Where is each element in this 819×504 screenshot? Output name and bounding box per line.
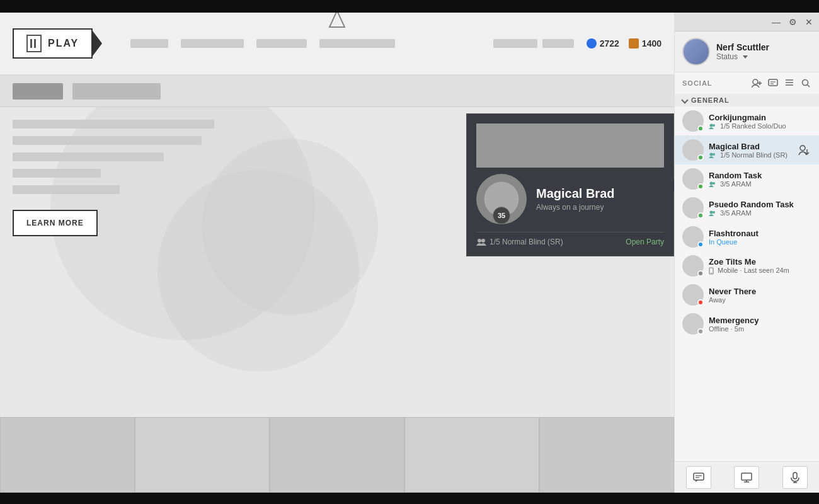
chat-bubble-icon: [693, 472, 704, 483]
nav-logo: [327, 13, 347, 32]
text-line-1: [13, 120, 214, 129]
friend-item-zoetiltsme[interactable]: Zoe Tilts Me Mobile · Last seen 24m: [675, 251, 819, 280]
status-dot-online: [697, 154, 704, 161]
minimize-button[interactable]: —: [771, 17, 781, 27]
open-party-link[interactable]: Open Party: [626, 238, 664, 246]
learn-more-button[interactable]: LEARN MORE: [13, 210, 98, 236]
search-icon[interactable]: [800, 77, 811, 89]
sub-nav: [0, 76, 674, 107]
friend-info-zoetiltsme: Zoe Tilts Me Mobile · Last seen 24m: [709, 257, 811, 275]
svg-point-25: [713, 211, 715, 214]
mobile-icon: [709, 267, 714, 275]
svg-point-4: [481, 239, 485, 243]
friend-item-randomtask[interactable]: Random Task 3/5 ARAM: [675, 164, 819, 193]
nav-item-2[interactable]: [181, 39, 244, 48]
party-people-icon: [476, 238, 486, 246]
friend-status: 1/5 Ranked Solo/Duo: [709, 122, 811, 130]
sub-nav-btn-2[interactable]: [72, 83, 161, 100]
friend-info-memergency: Memergency Offline · 5m: [709, 316, 811, 333]
friend-party-icon: [709, 123, 716, 129]
svg-point-27: [711, 273, 712, 274]
friend-item-psuedorandomtask[interactable]: Psuedo Random Task 3/5 ARAM: [675, 193, 819, 222]
grid-item-3[interactable]: [270, 417, 404, 493]
friend-invite-button[interactable]: [796, 142, 811, 158]
svg-rect-8: [769, 79, 777, 86]
friend-name: Magical Brad: [709, 142, 791, 151]
bottom-buttons: [675, 461, 819, 493]
bottom-bar: [0, 493, 819, 504]
friend-info-randomtask: Random Task 3/5 ARAM: [709, 171, 811, 188]
grid-item-1[interactable]: [0, 417, 135, 493]
friend-item-flashtronaut[interactable]: Flashtronaut In Queue: [675, 222, 819, 251]
status-dot-away: [697, 299, 704, 306]
friend-avatar-flashtronaut: [682, 226, 704, 248]
user-name: Nerf Scuttler: [716, 42, 811, 52]
svg-point-5: [753, 79, 758, 84]
nav-bar: PLAY 2722 1: [0, 13, 674, 76]
status-dot-mobile: [697, 270, 704, 277]
profile-subtitle: Always on a journey: [536, 203, 614, 212]
store-button[interactable]: [734, 466, 759, 489]
add-friend-icon[interactable]: [751, 77, 762, 89]
grid-item-4[interactable]: [404, 417, 539, 493]
nav-right-1: [493, 39, 537, 48]
friend-avatar-magicalbrad: [682, 139, 704, 161]
grid-item-2[interactable]: [135, 417, 270, 493]
friend-info-magicalbrad: Magical Brad 1/5 Normal Blind (SR): [709, 142, 791, 159]
grid-item-5[interactable]: [539, 417, 674, 493]
profile-card: 35 Magical Brad Always on a journey: [466, 113, 674, 256]
currency-orange: 1400: [629, 38, 662, 49]
friend-info-corkijungmain: Corkijungmain 1/5 Ranked Solo/Duo: [709, 113, 811, 130]
svg-rect-2: [34, 39, 36, 48]
close-button[interactable]: ✕: [804, 17, 814, 27]
section-toggle-icon[interactable]: [681, 96, 688, 103]
friend-item-memergency[interactable]: Memergency Offline · 5m: [675, 309, 819, 338]
rp-icon: [629, 38, 639, 49]
friend-item-neverthere[interactable]: Never There Away: [675, 280, 819, 309]
profile-party-text: 1/5 Normal Blind (SR): [490, 238, 563, 246]
friend-item-corkijungmain[interactable]: Corkijungmain 1/5 Ranked Solo/Duo: [675, 106, 819, 135]
user-status-button[interactable]: Status: [716, 52, 811, 61]
svg-line-15: [808, 85, 810, 88]
svg-rect-34: [793, 472, 797, 479]
chat-icon[interactable]: [767, 77, 779, 89]
general-section-label: GENERAL: [691, 96, 730, 104]
voice-button[interactable]: [782, 466, 808, 489]
nav-item-4[interactable]: [319, 39, 395, 48]
friend-status: 3/5 ARAM: [709, 180, 811, 188]
friend-item-magicalbrad[interactable]: Magical Brad 1/5 Normal Blind (SR): [675, 135, 819, 164]
profile-card-banner: [476, 123, 664, 168]
friend-status: Offline · 5m: [709, 325, 811, 333]
user-avatar: [682, 38, 710, 66]
download-person-icon: [798, 144, 810, 156]
svg-point-14: [803, 80, 808, 86]
svg-point-24: [710, 211, 713, 214]
svg-rect-31: [742, 473, 752, 480]
friend-info-flashtronaut: Flashtronaut In Queue: [709, 229, 811, 246]
general-section-header: GENERAL: [675, 94, 819, 106]
play-button[interactable]: PLAY: [13, 28, 93, 59]
sub-nav-btn-1[interactable]: [13, 83, 63, 100]
friend-avatar-neverthere: [682, 284, 704, 306]
svg-point-23: [713, 182, 715, 185]
settings-button[interactable]: ⚙: [788, 17, 798, 27]
friend-status: In Queue: [709, 238, 811, 246]
content-area: LEARN MORE 35 Magical Brad Always on a j…: [0, 107, 674, 493]
profile-card-footer: 1/5 Normal Blind (SR) Open Party: [476, 232, 664, 246]
text-line-2: [13, 136, 202, 145]
user-info: Nerf Scuttler Status: [716, 42, 811, 61]
friend-avatar-psuedorandomtask: [682, 197, 704, 219]
friend-name: Psuedo Random Task: [709, 200, 811, 209]
friend-info-psuedorandomtask: Psuedo Random Task 3/5 ARAM: [709, 200, 811, 217]
nav-item-1[interactable]: [130, 39, 168, 48]
friend-avatar-corkijungmain: [682, 110, 704, 132]
friend-avatar-randomtask: [682, 168, 704, 190]
chat-panel-button[interactable]: [686, 466, 711, 489]
nav-item-3[interactable]: [256, 39, 307, 48]
list-icon[interactable]: [784, 77, 795, 89]
currency-area: 2722 1400: [587, 38, 662, 49]
friend-name: Memergency: [709, 316, 811, 325]
nav-items: [130, 39, 395, 48]
play-button-label: PLAY: [48, 38, 79, 49]
social-label: SOCIAL: [682, 79, 713, 87]
